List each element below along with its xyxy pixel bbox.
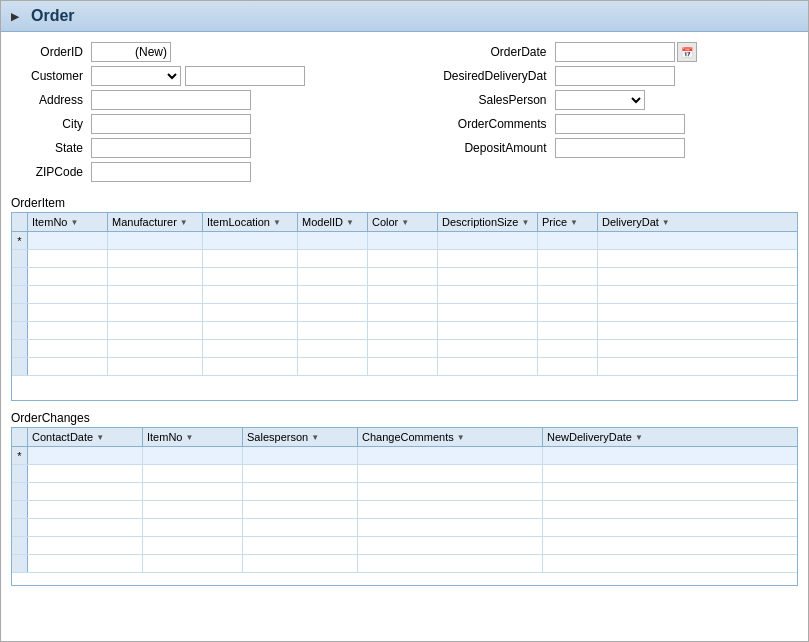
table-row (12, 286, 797, 304)
orderitem-cell-modelid[interactable] (298, 232, 368, 249)
newdeliverydate-dropdown-icon: ▼ (635, 433, 643, 442)
salesperson2-dropdown-icon: ▼ (311, 433, 319, 442)
deliverydate-dropdown-icon: ▼ (662, 218, 670, 227)
orderdate-label: OrderDate (425, 45, 555, 59)
orderitem-header-rownum (12, 213, 28, 231)
address-input[interactable] (91, 90, 251, 110)
desireddelivery-row: DesiredDeliveryDat (425, 66, 789, 86)
orderitem-header-itemlocation[interactable]: ItemLocation ▼ (203, 213, 298, 231)
form-left: OrderID Customer Address City State (21, 42, 385, 186)
orderdate-row: OrderDate 📅 (425, 42, 789, 62)
orderitem-cell-price[interactable] (538, 232, 598, 249)
orderchanges-header-changecomments[interactable]: ChangeComments ▼ (358, 428, 543, 446)
orderitem-header-modelid[interactable]: ModelID ▼ (298, 213, 368, 231)
orderitem-cell-manufacturer[interactable] (108, 232, 203, 249)
city-row: City (21, 114, 385, 134)
nav-arrow-icon: ▶ (11, 8, 27, 24)
calendar-button[interactable]: 📅 (677, 42, 697, 62)
orderitem-grid-header: ItemNo ▼ Manufacturer ▼ ItemLocation ▼ M… (12, 213, 797, 232)
itemno2-dropdown-icon: ▼ (185, 433, 193, 442)
zipcode-input[interactable] (91, 162, 251, 182)
title-bar: ▶ Order (1, 1, 808, 32)
state-row: State (21, 138, 385, 158)
price-dropdown-icon: ▼ (570, 218, 578, 227)
orderitem-header-deliverydate[interactable]: DeliveryDat ▼ (598, 213, 797, 231)
customer-select[interactable] (91, 66, 181, 86)
ordercomments-label: OrderComments (425, 117, 555, 131)
orderchanges-section-label: OrderChanges (1, 407, 808, 427)
contactdate-dropdown-icon: ▼ (96, 433, 104, 442)
orderitem-cell-itemlocation[interactable] (203, 232, 298, 249)
salesperson-select[interactable] (555, 90, 645, 110)
orderchanges-header-contactdate[interactable]: ContactDate ▼ (28, 428, 143, 446)
orderid-input[interactable] (91, 42, 171, 62)
orderitem-cell-descsize[interactable] (438, 232, 538, 249)
ordercomments-input[interactable] (555, 114, 685, 134)
orderchanges-empty-rows (12, 465, 797, 585)
state-label: State (21, 141, 91, 155)
itemlocation-dropdown-icon: ▼ (273, 218, 281, 227)
orderchanges-new-row[interactable]: * (12, 447, 797, 465)
table-row (12, 519, 797, 537)
address-label: Address (21, 93, 91, 107)
form-right: OrderDate 📅 DesiredDeliveryDat SalesPers… (405, 42, 789, 186)
calendar-icon: 📅 (681, 47, 693, 58)
customer-row: Customer (21, 66, 385, 86)
orderitem-header-manufacturer[interactable]: Manufacturer ▼ (108, 213, 203, 231)
city-input[interactable] (91, 114, 251, 134)
table-row (12, 501, 797, 519)
changecomments-dropdown-icon: ▼ (457, 433, 465, 442)
orderchanges-cell-itemno[interactable] (143, 447, 243, 464)
zipcode-label: ZIPCode (21, 165, 91, 179)
table-row (12, 537, 797, 555)
address-row: Address (21, 90, 385, 110)
order-window: ▶ Order OrderID Customer Address (0, 0, 809, 642)
ordercomments-row: OrderComments (425, 114, 789, 134)
modelid-dropdown-icon: ▼ (346, 218, 354, 227)
table-row (12, 555, 797, 573)
manufacturer-dropdown-icon: ▼ (180, 218, 188, 227)
orderitem-cell-deliverydate[interactable] (598, 232, 797, 249)
orderitem-section-label: OrderItem (1, 192, 808, 212)
table-row (12, 358, 797, 376)
city-label: City (21, 117, 91, 131)
orderchanges-header-salesperson[interactable]: Salesperson ▼ (243, 428, 358, 446)
table-row (12, 268, 797, 286)
orderchanges-grid: ContactDate ▼ ItemNo ▼ Salesperson ▼ Cha… (11, 427, 798, 586)
orderchanges-header-itemno[interactable]: ItemNo ▼ (143, 428, 243, 446)
orderdate-input[interactable] (555, 42, 675, 62)
orderchanges-cell-contactdate[interactable] (28, 447, 143, 464)
desireddelivery-input[interactable] (555, 66, 675, 86)
depositamount-input[interactable] (555, 138, 685, 158)
orderid-row: OrderID (21, 42, 385, 62)
depositamount-row: DepositAmount (425, 138, 789, 158)
table-row (12, 304, 797, 322)
orderitem-cell-color[interactable] (368, 232, 438, 249)
zipcode-row: ZIPCode (21, 162, 385, 182)
itemno-dropdown-icon: ▼ (70, 218, 78, 227)
customer-extra-input[interactable] (185, 66, 305, 86)
depositamount-label: DepositAmount (425, 141, 555, 155)
table-row (12, 250, 797, 268)
orderitem-cell-itemno[interactable] (28, 232, 108, 249)
window-title: Order (31, 7, 75, 25)
orderchanges-cell-salesperson[interactable] (243, 447, 358, 464)
salesperson-row: SalesPerson (425, 90, 789, 110)
orderitem-header-price[interactable]: Price ▼ (538, 213, 598, 231)
orderitem-header-itemno[interactable]: ItemNo ▼ (28, 213, 108, 231)
form-area: OrderID Customer Address City State (1, 32, 808, 192)
orderitem-header-color[interactable]: Color ▼ (368, 213, 438, 231)
table-row (12, 465, 797, 483)
orderchanges-header-newdeliverydate[interactable]: NewDeliveryDate ▼ (543, 428, 797, 446)
orderchanges-grid-header: ContactDate ▼ ItemNo ▼ Salesperson ▼ Cha… (12, 428, 797, 447)
orderchanges-cell-changecomments[interactable] (358, 447, 543, 464)
table-row (12, 483, 797, 501)
orderitem-new-row[interactable]: * (12, 232, 797, 250)
orderid-label: OrderID (21, 45, 91, 59)
color-dropdown-icon: ▼ (401, 218, 409, 227)
table-row (12, 322, 797, 340)
orderitem-empty-rows (12, 250, 797, 400)
state-input[interactable] (91, 138, 251, 158)
orderitem-header-descsize[interactable]: DescriptionSize ▼ (438, 213, 538, 231)
orderchanges-cell-newdeliverydate[interactable] (543, 447, 797, 464)
